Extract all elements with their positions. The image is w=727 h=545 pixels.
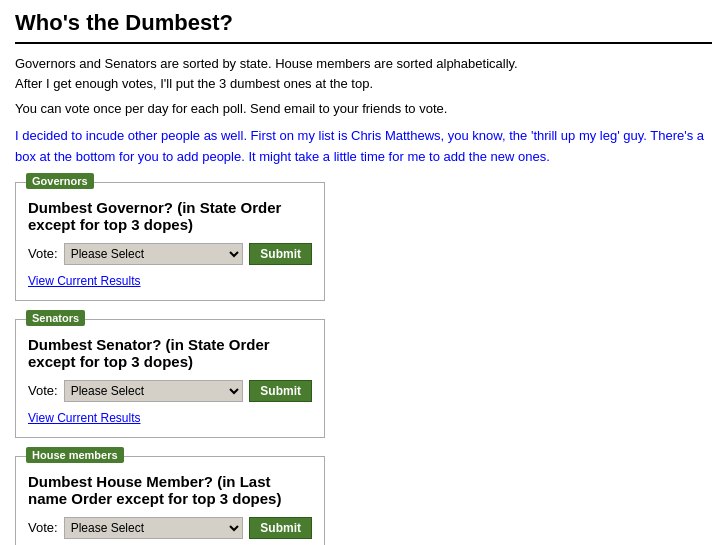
house-poll: House members Dumbest House Member? (in … <box>15 456 325 545</box>
governors-label: Governors <box>26 173 94 189</box>
governors-vote-label: Vote: <box>28 246 58 261</box>
governors-select[interactable]: Please Select <box>64 243 244 265</box>
intro-text: Governors and Senators are sorted by sta… <box>15 54 712 93</box>
vote-once-text: You can vote once per day for each poll.… <box>15 101 712 116</box>
senators-vote-label: Vote: <box>28 383 58 398</box>
governors-title: Dumbest Governor? (in State Order except… <box>28 199 312 233</box>
notice-text: I decided to incude other people as well… <box>15 126 712 168</box>
senators-submit-button[interactable]: Submit <box>249 380 312 402</box>
house-select[interactable]: Please Select <box>64 517 244 539</box>
governors-submit-button[interactable]: Submit <box>249 243 312 265</box>
page-title: Who's the Dumbest? <box>15 10 712 44</box>
house-submit-button[interactable]: Submit <box>249 517 312 539</box>
governors-view-results[interactable]: View Current Results <box>28 274 141 288</box>
senators-poll: Senators Dumbest Senator? (in State Orde… <box>15 319 325 438</box>
house-title: Dumbest House Member? (in Last name Orde… <box>28 473 312 507</box>
governors-poll: Governors Dumbest Governor? (in State Or… <box>15 182 325 301</box>
senators-vote-row: Vote: Please Select Submit <box>28 380 312 402</box>
governors-vote-row: Vote: Please Select Submit <box>28 243 312 265</box>
senators-title: Dumbest Senator? (in State Order except … <box>28 336 312 370</box>
house-vote-label: Vote: <box>28 520 58 535</box>
house-label: House members <box>26 447 124 463</box>
senators-view-results[interactable]: View Current Results <box>28 411 141 425</box>
senators-label: Senators <box>26 310 85 326</box>
senators-select[interactable]: Please Select <box>64 380 244 402</box>
house-vote-row: Vote: Please Select Submit <box>28 517 312 539</box>
